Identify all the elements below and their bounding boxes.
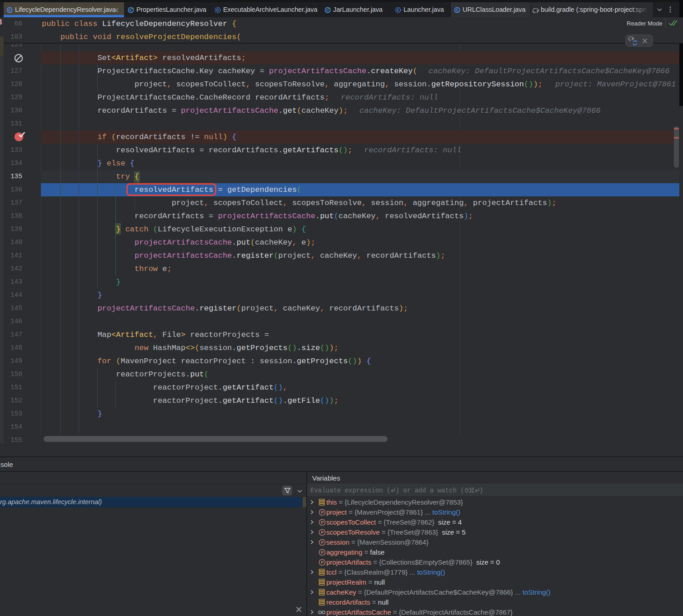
svg-text:C: C <box>397 8 399 12</box>
svg-text:C: C <box>456 8 459 12</box>
svg-text:P: P <box>321 530 324 535</box>
svg-text:P: P <box>321 560 324 565</box>
svg-text:C: C <box>8 8 11 12</box>
svg-text:P: P <box>321 540 324 545</box>
svg-text:P: P <box>321 520 324 525</box>
svg-text:C: C <box>216 8 219 12</box>
svg-text:P: P <box>321 510 324 515</box>
svg-text:P: P <box>321 550 324 555</box>
